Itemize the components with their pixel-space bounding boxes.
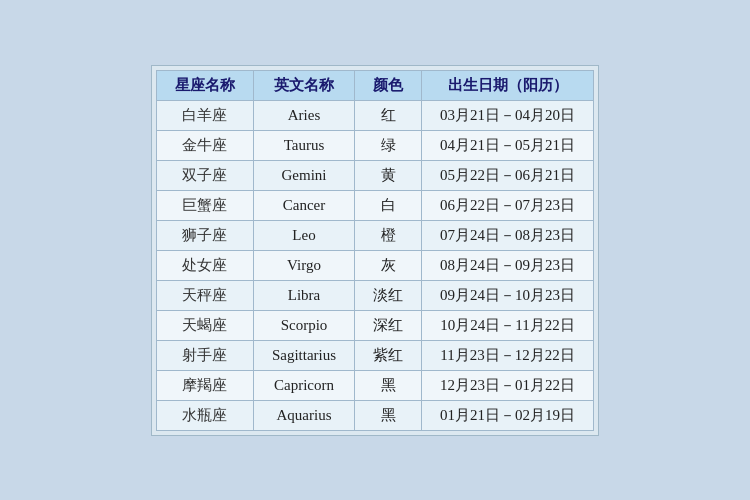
table-row: 天蝎座Scorpio深红10月24日－11月22日 [156, 310, 593, 340]
table-row: 天秤座Libra淡红09月24日－10月23日 [156, 280, 593, 310]
cell-color: 橙 [355, 220, 422, 250]
cell-english-name: Sagittarius [253, 340, 354, 370]
table-row: 巨蟹座Cancer白06月22日－07月23日 [156, 190, 593, 220]
cell-english-name: Aries [253, 100, 354, 130]
cell-chinese-name: 摩羯座 [156, 370, 253, 400]
table-row: 狮子座Leo橙07月24日－08月23日 [156, 220, 593, 250]
cell-chinese-name: 天蝎座 [156, 310, 253, 340]
header-chinese-name: 星座名称 [156, 70, 253, 100]
cell-english-name: Virgo [253, 250, 354, 280]
cell-color: 绿 [355, 130, 422, 160]
header-color: 颜色 [355, 70, 422, 100]
cell-chinese-name: 水瓶座 [156, 400, 253, 430]
table-row: 处女座Virgo灰08月24日－09月23日 [156, 250, 593, 280]
cell-color: 灰 [355, 250, 422, 280]
cell-color: 紫红 [355, 340, 422, 370]
cell-color: 黄 [355, 160, 422, 190]
cell-color: 白 [355, 190, 422, 220]
cell-chinese-name: 天秤座 [156, 280, 253, 310]
cell-chinese-name: 狮子座 [156, 220, 253, 250]
cell-dates: 04月21日－05月21日 [422, 130, 594, 160]
cell-english-name: Gemini [253, 160, 354, 190]
cell-english-name: Taurus [253, 130, 354, 160]
cell-english-name: Aquarius [253, 400, 354, 430]
cell-dates: 01月21日－02月19日 [422, 400, 594, 430]
header-english-name: 英文名称 [253, 70, 354, 100]
cell-dates: 08月24日－09月23日 [422, 250, 594, 280]
cell-dates: 06月22日－07月23日 [422, 190, 594, 220]
cell-chinese-name: 射手座 [156, 340, 253, 370]
table-row: 双子座Gemini黄05月22日－06月21日 [156, 160, 593, 190]
cell-english-name: Cancer [253, 190, 354, 220]
cell-dates: 11月23日－12月22日 [422, 340, 594, 370]
table-body: 白羊座Aries红03月21日－04月20日金牛座Taurus绿04月21日－0… [156, 100, 593, 430]
cell-english-name: Scorpio [253, 310, 354, 340]
cell-chinese-name: 双子座 [156, 160, 253, 190]
header-dates: 出生日期（阳历） [422, 70, 594, 100]
cell-dates: 12月23日－01月22日 [422, 370, 594, 400]
cell-chinese-name: 白羊座 [156, 100, 253, 130]
table-row: 水瓶座Aquarius黑01月21日－02月19日 [156, 400, 593, 430]
cell-english-name: Libra [253, 280, 354, 310]
cell-color: 深红 [355, 310, 422, 340]
cell-color: 黑 [355, 370, 422, 400]
cell-dates: 03月21日－04月20日 [422, 100, 594, 130]
cell-chinese-name: 巨蟹座 [156, 190, 253, 220]
cell-english-name: Leo [253, 220, 354, 250]
cell-chinese-name: 处女座 [156, 250, 253, 280]
table-row: 金牛座Taurus绿04月21日－05月21日 [156, 130, 593, 160]
table-row: 白羊座Aries红03月21日－04月20日 [156, 100, 593, 130]
table-row: 摩羯座Capricorn黑12月23日－01月22日 [156, 370, 593, 400]
zodiac-table: 星座名称 英文名称 颜色 出生日期（阳历） 白羊座Aries红03月21日－04… [156, 70, 594, 431]
cell-chinese-name: 金牛座 [156, 130, 253, 160]
table-row: 射手座Sagittarius紫红11月23日－12月22日 [156, 340, 593, 370]
cell-color: 红 [355, 100, 422, 130]
cell-color: 黑 [355, 400, 422, 430]
cell-color: 淡红 [355, 280, 422, 310]
table-header-row: 星座名称 英文名称 颜色 出生日期（阳历） [156, 70, 593, 100]
zodiac-table-container: 星座名称 英文名称 颜色 出生日期（阳历） 白羊座Aries红03月21日－04… [151, 65, 599, 436]
cell-dates: 07月24日－08月23日 [422, 220, 594, 250]
cell-dates: 09月24日－10月23日 [422, 280, 594, 310]
cell-dates: 05月22日－06月21日 [422, 160, 594, 190]
cell-dates: 10月24日－11月22日 [422, 310, 594, 340]
cell-english-name: Capricorn [253, 370, 354, 400]
